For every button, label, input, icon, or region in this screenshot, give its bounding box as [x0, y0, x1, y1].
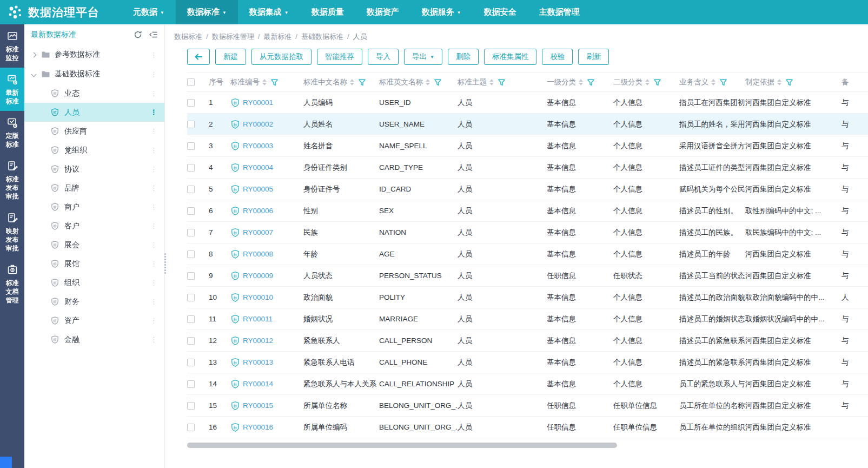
standard-code-link[interactable]: RY00016 — [243, 423, 273, 431]
row-checkbox[interactable] — [187, 315, 195, 323]
table-row[interactable]: 1 标 RY00001 人员编码 USER_ID 人员 基本信息 个人信息 指员… — [187, 92, 868, 114]
sort-icon[interactable] — [426, 79, 430, 85]
item-menu-icon[interactable]: ⋮ — [149, 165, 159, 173]
row-checkbox[interactable] — [187, 99, 195, 107]
standard-code-link[interactable]: RY00015 — [243, 401, 273, 410]
table-row[interactable]: 10 标 RY00010 政治面貌 POLITY 人员 基本信息 个人信息 描述… — [187, 287, 868, 308]
topnav-item[interactable]: 数据集成 ▼ — [238, 0, 300, 24]
topnav-item[interactable]: 主数据管理 ▼ — [528, 0, 591, 24]
toolbar-button[interactable]: 从元数据拾取 ▼ — [251, 49, 312, 65]
tree-item[interactable]: 标 展馆 ⋮ — [24, 254, 164, 273]
filter-icon[interactable] — [270, 78, 279, 87]
tree-item[interactable]: 标 党组织 ⋮ — [24, 141, 164, 160]
chevron-icon[interactable] — [31, 52, 37, 57]
row-checkbox[interactable] — [187, 229, 195, 236]
tree-item[interactable]: 标 品牌 ⋮ — [24, 179, 164, 197]
table-row[interactable]: 7 标 RY00007 民族 NATION 人员 基本信息 个人信息 描述员工的… — [187, 222, 868, 243]
row-checkbox[interactable] — [187, 121, 195, 128]
standard-code-link[interactable]: RY00006 — [243, 207, 273, 215]
toolbar-button[interactable]: 标准集属性 ▼ — [484, 49, 537, 65]
item-menu-icon[interactable]: ⋮ — [149, 317, 159, 325]
tree-item[interactable]: 标 供应商 ⋮ — [24, 122, 164, 141]
table-row[interactable]: 12 标 RY00012 紧急联系人 CALL_PERSON 人员 基本信息 个… — [187, 330, 868, 352]
row-checkbox[interactable] — [187, 424, 195, 431]
table-row[interactable]: 15 标 RY00015 所属单位名称 BELONG_UNIT_ORG_... … — [187, 395, 868, 417]
standard-code-link[interactable]: RY00007 — [243, 228, 273, 236]
toolbar-button[interactable]: 刷新 ▼ — [578, 49, 609, 65]
breadcrumb-item[interactable]: 基础数据标准 — [301, 32, 343, 41]
tree-folder[interactable]: 基础数据标准 ⋮ — [24, 64, 164, 84]
item-menu-icon[interactable]: ⋮ — [149, 335, 159, 344]
column-header[interactable]: 标准编号 — [230, 77, 303, 87]
toolbar-button[interactable]: 导入 ▼ — [368, 49, 399, 65]
rail-item[interactable]: 定版标准 — [0, 111, 24, 154]
topnav-item[interactable]: 数据安全 ▼ — [473, 0, 528, 24]
toolbar-button[interactable]: 新建 ▼ — [215, 49, 246, 65]
table-row[interactable]: 8 标 RY00008 年龄 AGE 人员 基本信息 个人信息 描述员工的年龄 … — [187, 243, 868, 265]
item-menu-icon[interactable]: ⋮ — [149, 89, 159, 97]
chevron-icon[interactable] — [31, 71, 37, 77]
topnav-item[interactable]: 数据资产 ▼ — [355, 0, 410, 24]
row-checkbox[interactable] — [187, 251, 195, 258]
column-header[interactable]: 一级分类 — [547, 77, 613, 87]
tree-item[interactable]: 标 业态 ⋮ — [24, 84, 164, 103]
rail-item[interactable]: 标准发布审批 — [0, 154, 24, 206]
row-checkbox[interactable] — [187, 142, 195, 150]
standard-code-link[interactable]: RY00002 — [243, 120, 273, 128]
column-header[interactable]: 二级分类 — [613, 77, 679, 87]
sort-icon[interactable] — [645, 79, 650, 85]
standard-code-link[interactable]: RY00001 — [243, 98, 273, 107]
tree-item[interactable]: 标 客户 ⋮ — [24, 216, 164, 235]
standard-code-link[interactable]: RY00008 — [243, 250, 273, 258]
standard-code-link[interactable]: RY00005 — [243, 185, 273, 193]
filter-icon[interactable] — [653, 78, 661, 87]
rail-item[interactable]: 标准监控 — [0, 24, 24, 68]
item-menu-icon[interactable]: ⋮ — [149, 184, 159, 192]
table-row[interactable]: 6 标 RY00006 性别 SEX 人员 基本信息 个人信息 描述员工的性别。… — [187, 200, 868, 222]
topnav-item[interactable]: 数据标准 ▼ — [176, 0, 238, 24]
tree-item[interactable]: 标 资产 ⋮ — [24, 311, 164, 330]
row-checkbox[interactable] — [187, 359, 195, 366]
scrollbar-thumb[interactable] — [187, 443, 617, 448]
table-row[interactable]: 9 标 RY00009 人员状态 PERSON_STATUS 人员 任职信息 任… — [187, 265, 868, 287]
column-header[interactable]: 序号 — [209, 77, 230, 87]
tree-item[interactable]: 标 商户 ⋮ — [24, 197, 164, 216]
rail-item[interactable]: 映射发布审批 — [0, 206, 24, 258]
item-menu-icon[interactable]: ⋮ — [149, 203, 159, 211]
row-checkbox[interactable] — [187, 402, 195, 410]
standard-code-link[interactable]: RY00013 — [243, 358, 273, 366]
item-menu-icon[interactable]: ⋮ — [149, 127, 159, 135]
sort-icon[interactable] — [777, 79, 781, 85]
tree-item[interactable]: 标 展会 ⋮ — [24, 235, 164, 254]
tree-item[interactable]: 标 组织 ⋮ — [24, 273, 164, 292]
back-button[interactable] — [187, 49, 210, 65]
column-header[interactable]: 标准英文名称 — [379, 77, 458, 87]
sort-icon[interactable] — [350, 79, 354, 85]
filter-icon[interactable] — [785, 78, 793, 87]
filter-icon[interactable] — [587, 78, 595, 87]
topnav-item[interactable]: 元数据 ▼ — [122, 0, 176, 24]
filter-icon[interactable] — [719, 78, 727, 87]
standard-code-link[interactable]: RY00010 — [243, 293, 273, 301]
item-menu-icon[interactable]: ⋮ — [149, 51, 159, 59]
tree-item[interactable]: 标 协议 ⋮ — [24, 160, 164, 179]
standard-code-link[interactable]: RY00011 — [243, 315, 273, 323]
topnav-item[interactable]: 数据服务 ▼ — [410, 0, 473, 24]
toolbar-button[interactable]: 导出 ▼ — [404, 49, 442, 65]
item-menu-icon[interactable]: ⋮ — [149, 222, 159, 230]
rail-item[interactable]: 标准文档管理 — [0, 258, 24, 310]
item-menu-icon[interactable]: ⋮ — [149, 279, 159, 287]
standard-code-link[interactable]: RY00012 — [243, 337, 273, 345]
tree-folder[interactable]: 参考数据标准 ⋮ — [24, 45, 164, 64]
standard-code-link[interactable]: RY00009 — [243, 272, 273, 280]
row-checkbox[interactable] — [187, 164, 195, 172]
table-row[interactable]: 16 标 RY00016 所属单位编码 BELONG_UNIT_ORG_... … — [187, 417, 868, 438]
column-header[interactable]: 标准中文名称 — [303, 77, 379, 87]
topnav-item[interactable]: 数据质量 ▼ — [300, 0, 355, 24]
table-row[interactable]: 14 标 RY00014 紧急联系人与本人关系 CALL_RELATIONSHI… — [187, 373, 868, 395]
tree-item[interactable]: 标 金融 ⋮ — [24, 330, 164, 349]
toolbar-button[interactable]: 校验 ▼ — [542, 49, 573, 65]
row-checkbox[interactable] — [187, 186, 195, 193]
tree-item[interactable]: 标 人员 ⋮ — [24, 103, 164, 122]
table-row[interactable]: 2 标 RY00002 人员姓名 USER_NAME 人员 基本信息 个人信息 … — [187, 114, 868, 135]
